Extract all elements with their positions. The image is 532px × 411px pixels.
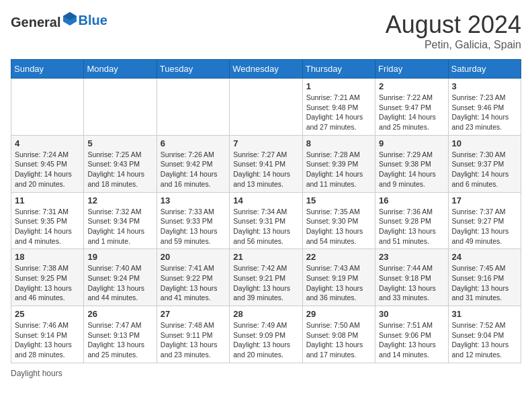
weekday-header: Tuesday: [157, 60, 229, 79]
calendar-day-cell: 9Sunrise: 7:29 AM Sunset: 9:38 PM Daylig…: [375, 135, 448, 192]
day-number: 23: [379, 252, 444, 262]
calendar-day-cell: 30Sunrise: 7:51 AM Sunset: 9:06 PM Dayli…: [375, 306, 448, 363]
calendar-day-cell: [230, 79, 302, 136]
day-number: 14: [233, 195, 298, 205]
calendar-day-cell: 29Sunrise: 7:50 AM Sunset: 9:08 PM Dayli…: [302, 306, 375, 363]
weekday-header: Thursday: [302, 60, 375, 79]
weekday-header: Wednesday: [230, 60, 302, 79]
day-number: 26: [87, 309, 152, 319]
calendar-day-cell: [84, 79, 157, 136]
calendar-day-cell: 28Sunrise: 7:49 AM Sunset: 9:09 PM Dayli…: [230, 306, 302, 363]
day-info: Sunrise: 7:25 AM Sunset: 9:43 PM Dayligh…: [87, 150, 152, 189]
location-subtitle: Petin, Galicia, Spain: [386, 39, 521, 51]
day-info: Sunrise: 7:43 AM Sunset: 9:19 PM Dayligh…: [306, 263, 371, 303]
day-info: Sunrise: 7:35 AM Sunset: 9:30 PM Dayligh…: [306, 207, 371, 246]
calendar-day-cell: 14Sunrise: 7:34 AM Sunset: 9:31 PM Dayli…: [230, 192, 302, 249]
calendar-day-cell: [11, 79, 84, 136]
day-info: Sunrise: 7:41 AM Sunset: 9:22 PM Dayligh…: [161, 263, 226, 303]
day-info: Sunrise: 7:36 AM Sunset: 9:28 PM Dayligh…: [379, 207, 444, 246]
day-info: Sunrise: 7:33 AM Sunset: 9:33 PM Dayligh…: [161, 207, 226, 246]
calendar-day-cell: 16Sunrise: 7:36 AM Sunset: 9:28 PM Dayli…: [375, 192, 448, 249]
calendar-week-row: 1Sunrise: 7:21 AM Sunset: 9:48 PM Daylig…: [11, 79, 521, 136]
day-number: 20: [161, 252, 226, 262]
day-info: Sunrise: 7:28 AM Sunset: 9:39 PM Dayligh…: [306, 150, 371, 189]
calendar-day-cell: 5Sunrise: 7:25 AM Sunset: 9:43 PM Daylig…: [84, 135, 157, 192]
day-info: Sunrise: 7:49 AM Sunset: 9:09 PM Dayligh…: [233, 320, 298, 360]
calendar-day-cell: 12Sunrise: 7:32 AM Sunset: 9:34 PM Dayli…: [84, 192, 157, 249]
weekday-header: Saturday: [448, 60, 521, 79]
title-block: August 2024 Petin, Galicia, Spain: [386, 11, 521, 51]
weekday-header: Sunday: [11, 60, 84, 79]
calendar-day-cell: 20Sunrise: 7:41 AM Sunset: 9:22 PM Dayli…: [157, 249, 229, 306]
calendar-day-cell: 22Sunrise: 7:43 AM Sunset: 9:19 PM Dayli…: [302, 249, 375, 306]
day-info: Sunrise: 7:44 AM Sunset: 9:18 PM Dayligh…: [379, 263, 444, 303]
day-info: Sunrise: 7:24 AM Sunset: 9:45 PM Dayligh…: [15, 150, 80, 189]
calendar-day-cell: 10Sunrise: 7:30 AM Sunset: 9:37 PM Dayli…: [448, 135, 521, 192]
day-info: Sunrise: 7:31 AM Sunset: 9:35 PM Dayligh…: [15, 207, 80, 246]
day-info: Sunrise: 7:29 AM Sunset: 9:38 PM Dayligh…: [379, 150, 444, 189]
day-number: 12: [87, 195, 152, 205]
calendar-day-cell: 24Sunrise: 7:45 AM Sunset: 9:16 PM Dayli…: [448, 249, 521, 306]
day-number: 3: [452, 81, 517, 91]
calendar-header-row: SundayMondayTuesdayWednesdayThursdayFrid…: [11, 60, 521, 79]
day-number: 25: [15, 309, 80, 319]
day-number: 6: [161, 138, 226, 148]
day-info: Sunrise: 7:50 AM Sunset: 9:08 PM Dayligh…: [306, 320, 371, 360]
day-number: 10: [452, 138, 517, 148]
day-number: 31: [452, 309, 517, 319]
day-number: 9: [379, 138, 444, 148]
day-info: Sunrise: 7:42 AM Sunset: 9:21 PM Dayligh…: [233, 263, 298, 303]
day-info: Sunrise: 7:37 AM Sunset: 9:27 PM Dayligh…: [452, 207, 517, 246]
day-info: Sunrise: 7:22 AM Sunset: 9:47 PM Dayligh…: [379, 93, 444, 132]
calendar-day-cell: 1Sunrise: 7:21 AM Sunset: 9:48 PM Daylig…: [302, 79, 375, 136]
logo-icon: [62, 11, 78, 27]
calendar-day-cell: [157, 79, 229, 136]
day-info: Sunrise: 7:52 AM Sunset: 9:04 PM Dayligh…: [452, 320, 517, 360]
day-number: 16: [379, 195, 444, 205]
calendar-table: SundayMondayTuesdayWednesdayThursdayFrid…: [11, 59, 521, 363]
calendar-day-cell: 23Sunrise: 7:44 AM Sunset: 9:18 PM Dayli…: [375, 249, 448, 306]
day-number: 11: [15, 195, 80, 205]
day-info: Sunrise: 7:34 AM Sunset: 9:31 PM Dayligh…: [233, 207, 298, 246]
day-number: 28: [233, 309, 298, 319]
day-info: Sunrise: 7:48 AM Sunset: 9:11 PM Dayligh…: [161, 320, 226, 360]
day-number: 19: [87, 252, 152, 262]
calendar-week-row: 18Sunrise: 7:38 AM Sunset: 9:25 PM Dayli…: [11, 249, 521, 306]
calendar-day-cell: 31Sunrise: 7:52 AM Sunset: 9:04 PM Dayli…: [448, 306, 521, 363]
logo: General Blue: [11, 11, 107, 30]
calendar-day-cell: 27Sunrise: 7:48 AM Sunset: 9:11 PM Dayli…: [157, 306, 229, 363]
day-info: Sunrise: 7:26 AM Sunset: 9:42 PM Dayligh…: [161, 150, 226, 189]
calendar-week-row: 11Sunrise: 7:31 AM Sunset: 9:35 PM Dayli…: [11, 192, 521, 249]
day-info: Sunrise: 7:46 AM Sunset: 9:14 PM Dayligh…: [15, 320, 80, 360]
calendar-day-cell: 7Sunrise: 7:27 AM Sunset: 9:41 PM Daylig…: [230, 135, 302, 192]
calendar-day-cell: 25Sunrise: 7:46 AM Sunset: 9:14 PM Dayli…: [11, 306, 84, 363]
day-number: 21: [233, 252, 298, 262]
day-number: 13: [161, 195, 226, 205]
day-info: Sunrise: 7:21 AM Sunset: 9:48 PM Dayligh…: [306, 93, 371, 132]
day-number: 15: [306, 195, 371, 205]
calendar-day-cell: 8Sunrise: 7:28 AM Sunset: 9:39 PM Daylig…: [302, 135, 375, 192]
day-number: 5: [87, 138, 152, 148]
calendar-day-cell: 19Sunrise: 7:40 AM Sunset: 9:24 PM Dayli…: [84, 249, 157, 306]
calendar-day-cell: 4Sunrise: 7:24 AM Sunset: 9:45 PM Daylig…: [11, 135, 84, 192]
calendar-day-cell: 17Sunrise: 7:37 AM Sunset: 9:27 PM Dayli…: [448, 192, 521, 249]
calendar-day-cell: 13Sunrise: 7:33 AM Sunset: 9:33 PM Dayli…: [157, 192, 229, 249]
calendar-week-row: 4Sunrise: 7:24 AM Sunset: 9:45 PM Daylig…: [11, 135, 521, 192]
calendar-week-row: 25Sunrise: 7:46 AM Sunset: 9:14 PM Dayli…: [11, 306, 521, 363]
calendar-day-cell: 15Sunrise: 7:35 AM Sunset: 9:30 PM Dayli…: [302, 192, 375, 249]
calendar-day-cell: 6Sunrise: 7:26 AM Sunset: 9:42 PM Daylig…: [157, 135, 229, 192]
calendar-day-cell: 26Sunrise: 7:47 AM Sunset: 9:13 PM Dayli…: [84, 306, 157, 363]
day-info: Sunrise: 7:27 AM Sunset: 9:41 PM Dayligh…: [233, 150, 298, 189]
day-number: 1: [306, 81, 371, 91]
day-number: 22: [306, 252, 371, 262]
month-year-title: August 2024: [386, 11, 521, 39]
day-number: 8: [306, 138, 371, 148]
day-number: 7: [233, 138, 298, 148]
day-number: 4: [15, 138, 80, 148]
calendar-day-cell: 18Sunrise: 7:38 AM Sunset: 9:25 PM Dayli…: [11, 249, 84, 306]
day-info: Sunrise: 7:45 AM Sunset: 9:16 PM Dayligh…: [452, 263, 517, 303]
calendar-day-cell: 2Sunrise: 7:22 AM Sunset: 9:47 PM Daylig…: [375, 79, 448, 136]
day-number: 17: [452, 195, 517, 205]
logo-blue-text: Blue: [78, 13, 107, 28]
weekday-header: Monday: [84, 60, 157, 79]
